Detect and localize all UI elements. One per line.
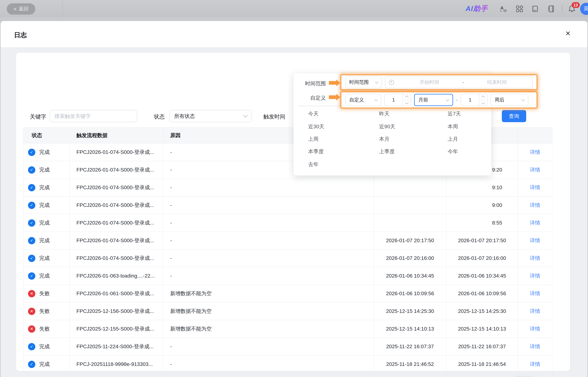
reason-cell: -	[163, 232, 374, 249]
detail-link[interactable]: 详情	[530, 184, 540, 191]
ai-assistant-button[interactable]: AI助手	[466, 4, 488, 13]
fail-cross-icon: ✕	[28, 290, 35, 297]
quick-option[interactable]: 昨天	[379, 110, 448, 117]
detail-link[interactable]: 详情	[530, 361, 540, 368]
flow-data-cell: FPCJ2026-01-074-S000-登录成...	[69, 232, 163, 249]
stepper-up-icon[interactable]	[479, 94, 487, 100]
table-row: ✓完成FPCJ2026-01-063-loading....-22...-202…	[23, 267, 552, 284]
back-button[interactable]: « 返回	[6, 3, 36, 15]
clock-icon	[389, 80, 394, 85]
chevron-down-icon	[521, 98, 525, 101]
detail-link[interactable]: 详情	[530, 202, 540, 209]
start-time-placeholder: 开始时间	[398, 79, 461, 85]
keyword-input[interactable]: 搜索触发关键字	[50, 110, 137, 122]
page-input[interactable]: 1	[515, 376, 531, 377]
quick-option[interactable]: 近90天	[379, 123, 448, 130]
stepper-down-icon[interactable]	[403, 100, 411, 106]
end-time-cell: 8:55	[446, 214, 518, 232]
status-select[interactable]: 所有状态	[169, 110, 252, 122]
actions-cell: 详情	[518, 338, 552, 355]
reason-cell: -	[163, 197, 374, 214]
quick-option[interactable]: 上月	[448, 136, 486, 142]
unit-after-select[interactable]: 周后	[491, 94, 529, 106]
apps-grid-icon[interactable]	[516, 5, 523, 13]
close-icon[interactable]: ✕	[565, 30, 571, 36]
reason-cell: -	[163, 267, 374, 284]
notebook-icon[interactable]	[547, 5, 555, 13]
reason-cell: -	[163, 249, 374, 267]
actions-cell: 详情	[518, 161, 552, 178]
start-time-cell: 2025-11-18 15:55:46	[374, 373, 446, 377]
actions-cell: 详情	[518, 320, 552, 338]
custom-row-label: 自定义	[292, 94, 326, 101]
start-time-cell: 2026-01-07 20:16:00	[374, 249, 446, 267]
status-text: 失败	[39, 308, 50, 315]
custom-type-select[interactable]: 自定义	[345, 94, 381, 106]
book-icon[interactable]	[531, 5, 539, 13]
status-label: 状态	[154, 113, 165, 120]
detail-link[interactable]: 详情	[530, 166, 540, 173]
end-time-cell: 2025-11-22 16:07:37	[446, 338, 518, 355]
detail-link[interactable]: 详情	[530, 219, 540, 226]
header-status: 状态	[23, 128, 69, 143]
back-button-label: 返回	[19, 6, 28, 12]
status-select-value: 所有状态	[174, 113, 195, 119]
detail-link[interactable]: 详情	[530, 343, 540, 350]
unit-before-select[interactable]: 月前	[414, 94, 453, 106]
actions-cell: 详情	[518, 214, 552, 232]
datetime-range-input[interactable]: 开始时间 - 结束时间	[385, 76, 533, 88]
table-row: ✓完成FPCJ2025-11-224-S000-登录成...-2025-11-2…	[23, 338, 552, 355]
quick-option[interactable]: 今天	[308, 110, 379, 117]
actions-cell: 详情	[518, 303, 552, 320]
detail-link[interactable]: 详情	[530, 325, 540, 332]
amount-before-value: 1	[385, 94, 403, 106]
quick-option[interactable]: 今年	[448, 148, 486, 155]
amount-after-stepper[interactable]: 1	[461, 94, 488, 106]
stepper-up-icon[interactable]	[403, 94, 411, 100]
notification-badge: 13	[572, 2, 580, 8]
range-separator: -	[462, 80, 464, 85]
status-cell: ✓完成	[23, 267, 69, 284]
quick-option[interactable]: 上季度	[379, 148, 448, 155]
quick-option[interactable]: 上周	[308, 136, 379, 142]
quick-option[interactable]: 近30天	[308, 123, 379, 130]
detail-link[interactable]: 详情	[530, 290, 540, 297]
quick-option[interactable]: 本周	[448, 123, 486, 130]
quick-option[interactable]: 本月	[379, 136, 448, 142]
topbar-icon-divider	[562, 5, 562, 12]
translate-icon[interactable]: A中	[500, 5, 507, 13]
top-bar: « 返回 AI助手 A中 13 英	[0, 0, 588, 17]
start-time-cell	[374, 197, 446, 214]
detail-link[interactable]: 详情	[530, 308, 540, 315]
status-text: 完成	[39, 149, 50, 156]
actions-cell: 详情	[518, 197, 552, 214]
status-cell: ✓完成	[23, 197, 69, 214]
status-text: 完成	[39, 237, 50, 244]
detail-link[interactable]: 详情	[530, 149, 540, 156]
page-title: 日志	[14, 31, 27, 39]
reason-cell: -	[163, 214, 374, 232]
quick-option[interactable]: 近7天	[448, 110, 486, 117]
reason-cell: -	[163, 355, 374, 373]
detail-link[interactable]: 详情	[530, 237, 540, 244]
actions-cell: 详情	[518, 267, 552, 284]
notifications-button[interactable]: 13	[568, 5, 576, 13]
modal-header: 日志 ✕	[0, 21, 588, 47]
topbar-actions: AI助手 A中 13 英	[466, 0, 588, 17]
end-time-cell: 2025-11-18 21:46:54	[446, 355, 518, 373]
avatar[interactable]: 英	[580, 3, 588, 15]
end-time-cell: 2025-12-15 14:10:13	[446, 320, 518, 338]
actions-cell: 详情	[518, 249, 552, 267]
detail-link[interactable]: 详情	[530, 272, 540, 279]
range-type-select[interactable]: 时间范围	[345, 76, 382, 88]
quick-option[interactable]: 去年	[308, 161, 379, 168]
quick-option[interactable]: 本季度	[308, 148, 379, 155]
success-check-icon: ✓	[28, 237, 35, 244]
flow-data-cell: FPCJ2026-01-061-S000-登录成...	[69, 285, 163, 302]
amount-before-stepper[interactable]: 1	[384, 94, 411, 106]
flow-data-cell: FPCJ2026-01-074-S000-登录成...	[69, 197, 163, 214]
stepper-down-icon[interactable]	[479, 100, 487, 106]
detail-link[interactable]: 详情	[530, 255, 540, 262]
search-button[interactable]: 查询	[502, 110, 526, 122]
flow-data-cell: FPCJ-20251118-b343f-9133030...	[69, 373, 163, 377]
